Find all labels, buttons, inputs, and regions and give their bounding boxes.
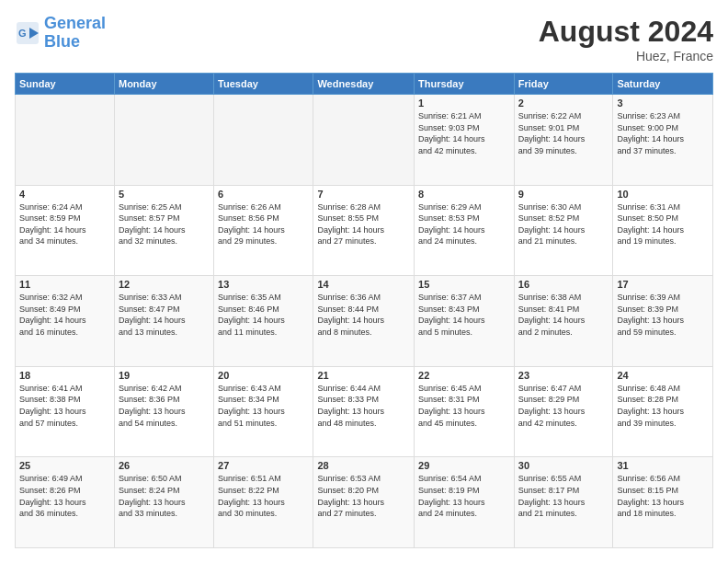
day-info: Sunrise: 6:36 AM Sunset: 8:44 PM Dayligh… <box>317 292 410 338</box>
calendar-cell-w3-d4: 15Sunrise: 6:37 AM Sunset: 8:43 PM Dayli… <box>415 276 515 367</box>
calendar-cell-w1-d5: 2Sunrise: 6:22 AM Sunset: 9:01 PM Daylig… <box>514 95 613 186</box>
svg-text:G: G <box>18 28 27 39</box>
day-info: Sunrise: 6:28 AM Sunset: 8:55 PM Dayligh… <box>317 201 410 247</box>
header-monday: Monday <box>114 74 213 95</box>
calendar-cell-w3-d3: 14Sunrise: 6:36 AM Sunset: 8:44 PM Dayli… <box>313 276 415 367</box>
day-number: 14 <box>317 279 410 290</box>
day-number: 19 <box>119 370 210 381</box>
calendar-cell-w2-d0: 4Sunrise: 6:24 AM Sunset: 8:59 PM Daylig… <box>16 185 115 276</box>
day-info: Sunrise: 6:44 AM Sunset: 8:33 PM Dayligh… <box>317 383 410 429</box>
day-info: Sunrise: 6:49 AM Sunset: 8:26 PM Dayligh… <box>19 473 110 519</box>
day-number: 25 <box>19 460 110 471</box>
day-info: Sunrise: 6:50 AM Sunset: 8:24 PM Dayligh… <box>119 473 210 519</box>
week-row-3: 11Sunrise: 6:32 AM Sunset: 8:49 PM Dayli… <box>16 276 713 367</box>
week-row-2: 4Sunrise: 6:24 AM Sunset: 8:59 PM Daylig… <box>16 185 713 276</box>
day-number: 2 <box>518 98 609 109</box>
header-saturday: Saturday <box>613 74 713 95</box>
day-number: 6 <box>218 189 309 200</box>
day-info: Sunrise: 6:43 AM Sunset: 8:34 PM Dayligh… <box>218 383 309 429</box>
calendar-body: 1Sunrise: 6:21 AM Sunset: 9:03 PM Daylig… <box>16 95 713 548</box>
calendar-cell-w1-d2 <box>214 95 313 186</box>
calendar-cell-w5-d4: 29Sunrise: 6:54 AM Sunset: 8:19 PM Dayli… <box>415 457 515 548</box>
day-info: Sunrise: 6:33 AM Sunset: 8:47 PM Dayligh… <box>119 292 210 338</box>
calendar-table: Sunday Monday Tuesday Wednesday Thursday… <box>15 73 713 548</box>
day-number: 29 <box>418 460 510 471</box>
day-info: Sunrise: 6:23 AM Sunset: 9:00 PM Dayligh… <box>617 110 709 156</box>
day-number: 4 <box>19 189 110 200</box>
day-info: Sunrise: 6:55 AM Sunset: 8:17 PM Dayligh… <box>518 473 609 519</box>
day-number: 7 <box>317 189 410 200</box>
day-info: Sunrise: 6:22 AM Sunset: 9:01 PM Dayligh… <box>518 110 609 156</box>
day-number: 9 <box>518 189 609 200</box>
day-number: 10 <box>617 189 709 200</box>
page: G General Blue August 2024 Huez, France … <box>0 0 728 563</box>
day-info: Sunrise: 6:51 AM Sunset: 8:22 PM Dayligh… <box>218 473 309 519</box>
calendar-cell-w3-d6: 17Sunrise: 6:39 AM Sunset: 8:39 PM Dayli… <box>613 276 713 367</box>
day-number: 24 <box>617 370 709 381</box>
logo-line2: Blue <box>44 32 80 51</box>
day-info: Sunrise: 6:31 AM Sunset: 8:50 PM Dayligh… <box>617 201 709 247</box>
day-info: Sunrise: 6:41 AM Sunset: 8:38 PM Dayligh… <box>19 383 110 429</box>
day-number: 26 <box>119 460 210 471</box>
day-number: 28 <box>317 460 410 471</box>
calendar-cell-w5-d2: 27Sunrise: 6:51 AM Sunset: 8:22 PM Dayli… <box>214 457 313 548</box>
header-wednesday: Wednesday <box>313 74 415 95</box>
day-info: Sunrise: 6:47 AM Sunset: 8:29 PM Dayligh… <box>518 383 609 429</box>
calendar-cell-w4-d4: 22Sunrise: 6:45 AM Sunset: 8:31 PM Dayli… <box>415 366 515 457</box>
header-sunday: Sunday <box>16 74 115 95</box>
calendar-cell-w5-d3: 28Sunrise: 6:53 AM Sunset: 8:20 PM Dayli… <box>313 457 415 548</box>
day-info: Sunrise: 6:42 AM Sunset: 8:36 PM Dayligh… <box>119 383 210 429</box>
day-info: Sunrise: 6:24 AM Sunset: 8:59 PM Dayligh… <box>19 201 110 247</box>
day-info: Sunrise: 6:25 AM Sunset: 8:57 PM Dayligh… <box>119 201 210 247</box>
day-info: Sunrise: 6:56 AM Sunset: 8:15 PM Dayligh… <box>617 473 709 519</box>
week-row-1: 1Sunrise: 6:21 AM Sunset: 9:03 PM Daylig… <box>16 95 713 186</box>
calendar-cell-w1-d6: 3Sunrise: 6:23 AM Sunset: 9:00 PM Daylig… <box>613 95 713 186</box>
day-number: 31 <box>617 460 709 471</box>
header-thursday: Thursday <box>415 74 515 95</box>
header-tuesday: Tuesday <box>214 74 313 95</box>
header: G General Blue August 2024 Huez, France <box>15 15 713 63</box>
day-info: Sunrise: 6:37 AM Sunset: 8:43 PM Dayligh… <box>418 292 510 338</box>
title-block: August 2024 Huez, France <box>539 15 713 63</box>
day-number: 3 <box>617 98 709 109</box>
calendar-cell-w4-d0: 18Sunrise: 6:41 AM Sunset: 8:38 PM Dayli… <box>16 366 115 457</box>
day-info: Sunrise: 6:30 AM Sunset: 8:52 PM Dayligh… <box>518 201 609 247</box>
week-row-4: 18Sunrise: 6:41 AM Sunset: 8:38 PM Dayli… <box>16 366 713 457</box>
calendar-cell-w1-d1 <box>114 95 213 186</box>
calendar-header: Sunday Monday Tuesday Wednesday Thursday… <box>16 74 713 95</box>
day-info: Sunrise: 6:45 AM Sunset: 8:31 PM Dayligh… <box>418 383 510 429</box>
day-number: 30 <box>518 460 609 471</box>
calendar-title: August 2024 <box>539 15 713 49</box>
calendar-cell-w5-d0: 25Sunrise: 6:49 AM Sunset: 8:26 PM Dayli… <box>16 457 115 548</box>
day-number: 16 <box>518 279 609 290</box>
day-number: 20 <box>218 370 309 381</box>
day-number: 13 <box>218 279 309 290</box>
calendar-cell-w1-d0 <box>16 95 115 186</box>
calendar-cell-w2-d1: 5Sunrise: 6:25 AM Sunset: 8:57 PM Daylig… <box>114 185 213 276</box>
calendar-cell-w2-d2: 6Sunrise: 6:26 AM Sunset: 8:56 PM Daylig… <box>214 185 313 276</box>
logo: G General Blue <box>15 15 106 52</box>
day-info: Sunrise: 6:26 AM Sunset: 8:56 PM Dayligh… <box>218 201 309 247</box>
day-number: 27 <box>218 460 309 471</box>
logo-icon: G <box>15 20 40 46</box>
calendar-cell-w4-d1: 19Sunrise: 6:42 AM Sunset: 8:36 PM Dayli… <box>114 366 213 457</box>
day-info: Sunrise: 6:54 AM Sunset: 8:19 PM Dayligh… <box>418 473 510 519</box>
day-info: Sunrise: 6:38 AM Sunset: 8:41 PM Dayligh… <box>518 292 609 338</box>
calendar-location: Huez, France <box>539 49 713 63</box>
calendar-cell-w3-d2: 13Sunrise: 6:35 AM Sunset: 8:46 PM Dayli… <box>214 276 313 367</box>
day-number: 22 <box>418 370 510 381</box>
day-number: 11 <box>19 279 110 290</box>
day-info: Sunrise: 6:48 AM Sunset: 8:28 PM Dayligh… <box>617 383 709 429</box>
day-info: Sunrise: 6:35 AM Sunset: 8:46 PM Dayligh… <box>218 292 309 338</box>
calendar-cell-w5-d1: 26Sunrise: 6:50 AM Sunset: 8:24 PM Dayli… <box>114 457 213 548</box>
day-number: 15 <box>418 279 510 290</box>
week-row-5: 25Sunrise: 6:49 AM Sunset: 8:26 PM Dayli… <box>16 457 713 548</box>
day-info: Sunrise: 6:21 AM Sunset: 9:03 PM Dayligh… <box>418 110 510 156</box>
day-number: 8 <box>418 189 510 200</box>
day-info: Sunrise: 6:29 AM Sunset: 8:53 PM Dayligh… <box>418 201 510 247</box>
day-info: Sunrise: 6:53 AM Sunset: 8:20 PM Dayligh… <box>317 473 410 519</box>
calendar-cell-w4-d6: 24Sunrise: 6:48 AM Sunset: 8:28 PM Dayli… <box>613 366 713 457</box>
calendar-cell-w4-d5: 23Sunrise: 6:47 AM Sunset: 8:29 PM Dayli… <box>514 366 613 457</box>
calendar-cell-w4-d3: 21Sunrise: 6:44 AM Sunset: 8:33 PM Dayli… <box>313 366 415 457</box>
day-number: 5 <box>119 189 210 200</box>
